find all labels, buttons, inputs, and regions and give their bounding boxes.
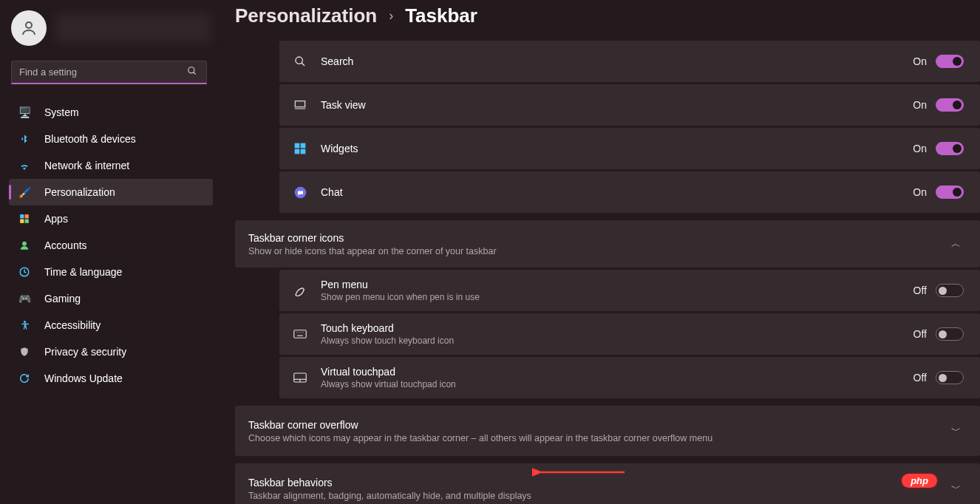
sidebar-item-apps[interactable]: Apps xyxy=(9,205,213,232)
taskview-icon xyxy=(279,100,321,110)
chat-icon xyxy=(279,186,321,199)
sidebar-item-label: Network & internet xyxy=(44,160,129,171)
page-title: Taskbar xyxy=(405,4,477,27)
group-title: Taskbar corner icons xyxy=(248,232,948,244)
sidebar-item-network[interactable]: Network & internet xyxy=(9,152,213,179)
setting-label: Search xyxy=(321,55,913,67)
setting-row-chat[interactable]: Chat On xyxy=(279,171,980,213)
toggle-state: Off xyxy=(913,372,927,384)
toggle-switch[interactable] xyxy=(936,142,964,155)
sidebar-item-windows-update[interactable]: Windows Update xyxy=(9,365,213,392)
svg-rect-17 xyxy=(295,149,300,154)
svg-rect-3 xyxy=(20,214,24,218)
display-icon: 🖥️ xyxy=(18,106,31,119)
sidebar: 🖥️System Bluetooth & devices Network & i… xyxy=(0,0,222,504)
breadcrumb: Personalization › Taskbar xyxy=(235,4,980,27)
setting-row-search[interactable]: Search On xyxy=(279,41,980,82)
setting-desc: Always show virtual touchpad icon xyxy=(321,379,913,389)
svg-rect-18 xyxy=(301,149,306,154)
user-account-row[interactable] xyxy=(0,10,222,61)
setting-row-pen-menu[interactable]: Pen menu Show pen menu icon when pen is … xyxy=(279,270,980,311)
svg-rect-5 xyxy=(20,219,24,223)
sidebar-item-privacy[interactable]: Privacy & security xyxy=(9,338,213,365)
toggle-switch[interactable] xyxy=(936,185,964,199)
svg-rect-20 xyxy=(294,330,307,338)
setting-row-widgets[interactable]: Widgets On xyxy=(279,128,980,169)
group-title: Taskbar behaviors xyxy=(248,477,948,488)
svg-point-10 xyxy=(296,57,302,64)
sidebar-item-time-language[interactable]: Time & language xyxy=(9,259,213,285)
svg-point-7 xyxy=(22,242,27,246)
wifi-icon xyxy=(18,159,31,172)
pen-icon xyxy=(279,285,321,296)
bluetooth-icon xyxy=(18,132,31,146)
setting-row-taskview[interactable]: Task view On xyxy=(279,84,980,126)
toggle-switch[interactable] xyxy=(936,371,964,384)
gaming-icon: 🎮 xyxy=(18,292,31,305)
setting-label: Virtual touchpad xyxy=(321,366,913,378)
sidebar-item-label: Gaming xyxy=(44,293,81,304)
toggle-state: On xyxy=(913,143,927,154)
accessibility-icon xyxy=(18,319,31,332)
paintbrush-icon: 🖌️ xyxy=(18,185,31,199)
svg-rect-6 xyxy=(25,219,29,223)
toggle-state: On xyxy=(913,55,927,67)
sidebar-item-label: Privacy & security xyxy=(44,346,126,358)
setting-label: Task view xyxy=(321,99,913,111)
toggle-switch[interactable] xyxy=(936,284,964,297)
toggle-switch[interactable] xyxy=(936,55,964,68)
setting-row-touch-keyboard[interactable]: Touch keyboard Always show touch keyboar… xyxy=(279,313,980,355)
svg-rect-14 xyxy=(295,108,306,109)
breadcrumb-parent[interactable]: Personalization xyxy=(235,4,377,27)
search-input[interactable] xyxy=(12,67,187,78)
group-desc: Show or hide icons that appear on the co… xyxy=(248,246,948,256)
toggle-state: Off xyxy=(913,285,927,296)
svg-line-2 xyxy=(194,72,196,75)
search-icon xyxy=(279,55,321,67)
toggle-state: Off xyxy=(913,328,927,340)
keyboard-icon xyxy=(279,330,321,338)
group-desc: Taskbar alignment, badging, automaticall… xyxy=(248,491,948,501)
svg-point-0 xyxy=(26,22,32,28)
group-taskbar-behaviors[interactable]: Taskbar behaviors Taskbar alignment, bad… xyxy=(235,463,980,504)
user-name-blurred xyxy=(55,13,211,43)
svg-rect-15 xyxy=(295,143,300,149)
sidebar-item-label: System xyxy=(44,106,79,118)
apps-icon xyxy=(18,212,31,225)
avatar xyxy=(11,10,47,46)
svg-line-11 xyxy=(302,63,304,66)
sidebar-item-accessibility[interactable]: Accessibility xyxy=(9,312,213,338)
chevron-down-icon: ﹀ xyxy=(948,482,964,495)
svg-rect-13 xyxy=(296,101,304,106)
group-corner-overflow[interactable]: Taskbar corner overflow Choose which ico… xyxy=(235,406,980,456)
toggle-switch[interactable] xyxy=(936,98,964,112)
setting-label: Widgets xyxy=(321,143,913,154)
clock-icon xyxy=(18,265,31,279)
svg-rect-16 xyxy=(301,143,306,149)
sidebar-item-accounts[interactable]: Accounts xyxy=(9,232,213,259)
sidebar-item-personalization[interactable]: 🖌️Personalization xyxy=(9,179,213,205)
setting-desc: Show pen menu icon when pen is in use xyxy=(321,292,913,302)
toggle-switch[interactable] xyxy=(936,327,964,341)
sidebar-item-system[interactable]: 🖥️System xyxy=(9,99,213,126)
group-title: Taskbar corner overflow xyxy=(248,419,948,431)
group-corner-icons[interactable]: Taskbar corner icons Show or hide icons … xyxy=(235,220,980,268)
sidebar-item-label: Accessibility xyxy=(44,319,101,331)
nav-list: 🖥️System Bluetooth & devices Network & i… xyxy=(0,99,222,392)
setting-row-virtual-touchpad[interactable]: Virtual touchpad Always show virtual tou… xyxy=(279,357,980,398)
search-icon xyxy=(187,66,206,78)
sidebar-item-bluetooth[interactable]: Bluetooth & devices xyxy=(9,126,213,152)
setting-desc: Always show touch keyboard icon xyxy=(321,336,913,346)
sidebar-item-label: Apps xyxy=(44,213,68,225)
widgets-icon xyxy=(279,143,321,154)
sidebar-item-label: Personalization xyxy=(44,186,115,198)
search-box[interactable] xyxy=(11,61,207,84)
shield-icon xyxy=(18,345,31,358)
setting-label: Chat xyxy=(321,186,913,198)
sidebar-item-gaming[interactable]: 🎮Gaming xyxy=(9,285,213,312)
touchpad-icon xyxy=(279,372,321,383)
chevron-down-icon: ﹀ xyxy=(948,424,964,437)
svg-rect-4 xyxy=(25,214,29,218)
chevron-right-icon: › xyxy=(389,8,393,24)
sidebar-item-label: Windows Update xyxy=(44,372,123,384)
